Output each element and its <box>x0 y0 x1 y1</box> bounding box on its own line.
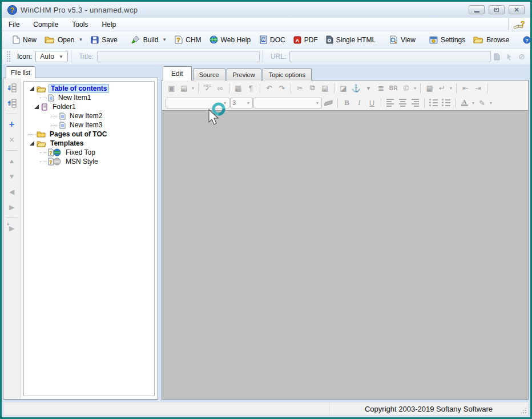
menu-compile[interactable]: Compile <box>33 21 58 29</box>
open-dropdown-icon[interactable]: ▼ <box>78 37 83 42</box>
tab-source[interactable]: Source <box>193 69 225 80</box>
tab-file-list[interactable]: File list <box>6 66 35 78</box>
tree-item[interactable]: New Item1 <box>25 93 154 102</box>
align-center-icon[interactable] <box>397 97 409 108</box>
tree-item[interactable]: New Item2 <box>25 111 154 120</box>
template-dropdown-icon[interactable]: ▾ <box>191 86 195 91</box>
move-left-button[interactable]: ◀ <box>6 187 18 197</box>
font-color-icon[interactable]: A <box>458 97 470 108</box>
cut-icon[interactable]: ✂ <box>294 82 306 94</box>
tree-item[interactable]: Table of contents <box>25 84 154 93</box>
bold-icon[interactable]: B <box>341 97 353 108</box>
align-right-icon[interactable] <box>409 97 421 108</box>
menu-tools[interactable]: Tools <box>72 21 88 29</box>
maximize-button[interactable] <box>489 5 505 14</box>
menu-help[interactable]: Help <box>102 21 116 29</box>
tree-item[interactable]: New Item3 <box>25 120 154 130</box>
tab-topic-options[interactable]: Topic options <box>263 69 312 80</box>
font-color-dropdown-icon[interactable]: ▾ <box>471 100 475 106</box>
tab-edit[interactable]: Edit <box>163 66 192 80</box>
select-cursor-icon[interactable] <box>503 51 515 62</box>
insert-table-icon[interactable]: ▦ <box>424 82 436 94</box>
table-borders-icon[interactable]: ▦ <box>232 82 244 94</box>
spellcheck-icon[interactable]: ABC✓ <box>201 82 213 94</box>
expander-icon[interactable] <box>33 104 40 109</box>
paste-icon[interactable]: ▤ <box>319 82 331 94</box>
collapse-tree-button[interactable] <box>6 98 18 108</box>
line-break-icon[interactable]: BR <box>388 82 400 94</box>
menu-bar: File Compile Tools Help ? <box>2 18 530 31</box>
wrap-dropdown-icon[interactable]: ▾ <box>449 86 453 91</box>
add-item-button[interactable]: + <box>6 119 18 130</box>
align-left-icon[interactable] <box>384 97 396 108</box>
chm-button[interactable]: ? CHM <box>171 34 205 46</box>
indent-icon[interactable]: ⇥ <box>472 82 484 94</box>
definition-list-icon[interactable]: ≣ <box>375 82 387 94</box>
help-button[interactable]: ? Help <box>519 34 532 46</box>
redo-icon[interactable]: ↷ <box>276 82 288 94</box>
numbered-list-icon[interactable] <box>428 97 440 108</box>
menu-file[interactable]: File <box>9 21 19 29</box>
tree-item[interactable]: Pages out of TOC <box>25 130 154 139</box>
tree-item[interactable]: Templates <box>25 139 154 148</box>
tree-item[interactable]: ? Fixed Top <box>25 148 154 157</box>
browse-button[interactable]: Browse <box>469 34 513 46</box>
doc-button[interactable]: W DOC <box>255 34 289 46</box>
find-icon[interactable]: ∞ <box>214 82 226 94</box>
filter-icon[interactable]: ▼ <box>362 82 374 94</box>
underline-icon[interactable]: U <box>366 97 378 108</box>
svg-text:?: ? <box>526 37 529 43</box>
page-icon[interactable] <box>491 51 503 62</box>
save-as-template-icon[interactable]: ▤ <box>178 82 190 94</box>
expander-icon[interactable] <box>29 141 35 146</box>
edit-canvas[interactable] <box>162 110 528 399</box>
pdf-button[interactable]: A PDF <box>289 34 322 46</box>
save-topic-icon[interactable]: ▣ <box>166 82 178 94</box>
highlight-dropdown-icon[interactable]: ▾ <box>489 100 493 106</box>
symbols-dropdown-icon[interactable]: ▾ <box>413 86 417 91</box>
paragraph-style-combo[interactable]: ▾ <box>253 98 322 108</box>
move-right-button[interactable]: ▶ <box>6 202 18 212</box>
tree-item[interactable]: ? MSN Style <box>25 157 154 166</box>
save-button[interactable]: Save <box>87 34 121 46</box>
paragraph-marks-icon[interactable]: ¶ <box>245 82 257 94</box>
icon-combo[interactable]: Auto ▼ <box>35 51 68 62</box>
highlight-pen-icon[interactable]: ✎ <box>476 97 488 108</box>
toolbar-grip[interactable] <box>6 51 10 62</box>
copyright-symbol-icon[interactable]: © <box>400 82 412 94</box>
build-dropdown-icon[interactable]: ▼ <box>162 37 167 42</box>
delete-item-button[interactable]: ✕ <box>6 135 18 145</box>
tab-preview[interactable]: Preview <box>227 69 261 80</box>
remove-format-icon[interactable] <box>323 97 334 108</box>
copy-icon[interactable]: ⧉ <box>307 82 319 94</box>
move-up-button[interactable]: ▲ <box>6 156 18 166</box>
outdent-icon[interactable]: ⇤ <box>460 82 471 94</box>
move-down-button[interactable]: ▼ <box>6 171 18 182</box>
help-book-button[interactable]: ? <box>508 18 529 30</box>
tree-item[interactable]: Folder1 <box>25 102 154 111</box>
settings-button[interactable]: Settings <box>425 34 469 46</box>
single-html-button[interactable]: Single HTML <box>322 34 380 46</box>
new-button[interactable]: New <box>9 34 41 46</box>
expand-tree-button[interactable] <box>6 83 18 93</box>
font-size-combo[interactable]: 3▾ <box>230 98 253 108</box>
insert-image-icon[interactable]: ◪ <box>337 82 349 94</box>
url-input[interactable] <box>289 51 490 62</box>
open-button[interactable]: Open ▼ <box>41 34 87 46</box>
close-button[interactable]: ✕ <box>509 5 525 14</box>
italic-icon[interactable]: I <box>353 97 365 108</box>
bullet-list-icon[interactable] <box>440 97 452 108</box>
minimize-button[interactable] <box>469 5 485 14</box>
no-link-icon[interactable]: ⊘ <box>515 51 528 62</box>
webhelp-button[interactable]: Web Help <box>205 34 255 46</box>
undo-icon[interactable]: ↶ <box>263 82 275 94</box>
expander-icon[interactable] <box>29 86 35 91</box>
anchor-icon[interactable]: ⚓ <box>350 82 362 94</box>
icon-label: Icon: <box>17 53 32 61</box>
view-button[interactable]: View <box>385 34 420 46</box>
add-child-button[interactable]: ▶ + <box>6 223 18 233</box>
svg-text:W: W <box>262 38 266 42</box>
title-input[interactable] <box>97 51 260 62</box>
build-button[interactable]: Build ▼ <box>127 34 171 46</box>
word-wrap-icon[interactable]: ↵ <box>436 82 448 94</box>
